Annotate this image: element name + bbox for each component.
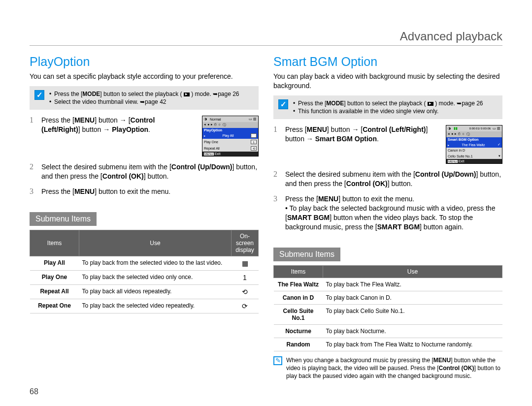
step-body: Press the [MENU] button to exit the menu… [285,194,502,232]
footnote: When you change a background music by pr… [273,356,502,380]
play-all-icon: ▦ [232,256,259,270]
step-number: 3 [273,194,280,232]
table-header: On-screen display [232,230,259,256]
table-row: RandomTo play back from The Flea Waltz t… [274,338,502,351]
table-row: Repeat OneTo play back the selected vide… [30,299,259,313]
left-column: PlayOption You can set a specific playba… [30,51,259,380]
smart-bgm-heading: Smart BGM Option [273,55,502,69]
smart-bgm-lcd-screenshot: ◑ ▮▮0:00:01/ 0:00:06 ▭ ▥ ◂●▸⎙☼ⓘ Smart BG… [446,125,502,164]
repeat-one-icon: ⟳ [232,299,259,313]
note-item: Press the [MODE] button to select the pl… [293,99,483,107]
step-number: 3 [30,187,36,196]
table-header: Items [30,230,79,256]
playoption-heading: PlayOption [30,55,259,69]
note-icon [273,356,282,365]
step-number: 1 [30,116,36,156]
smart-bgm-submenu-table: Items Use The Flea WaltzTo play back The… [273,265,502,351]
playback-mode-icon [184,93,190,96]
smart-bgm-subtitle: You can play back a video with backgroun… [273,72,502,91]
page-title: Advanced playback [30,30,502,46]
playoption-subtitle: You can set a specific playback style ac… [30,72,259,81]
table-row: The Flea WaltzTo play back The Flea Walt… [274,278,502,291]
table-row: Play OneTo play back the selected video … [30,270,259,284]
table-row: NocturneTo play back Nocturne. [274,324,502,338]
play-one-icon: 1 [232,270,259,284]
repeat-all-icon: ⟲ [232,284,259,299]
step-body: Select the desired submenu item with the… [41,162,259,181]
note-item: Select the video thumbnail view. ➥page 4… [49,98,239,106]
table-row: Cello Suite No.1To play back Cello Suite… [274,304,502,324]
table-header: Use [323,265,502,278]
right-column: Smart BGM Option You can play back a vid… [273,51,502,380]
table-header: Use [79,230,232,256]
playoption-submenu-table: Items Use On-screen display Play AllTo p… [30,230,259,313]
table-row: Repeat AllTo play back all videos repeat… [30,284,259,299]
step-number: 2 [273,170,280,188]
page-number: 68 [30,387,38,396]
step-number: 2 [30,162,36,181]
note-item: Press the [MODE] button to select the pl… [49,90,239,98]
note-item: This function is available in the video … [293,107,483,115]
step-body: Press the [MENU] button → [Control (Left… [41,116,194,156]
step-body: Press [MENU] button → [Control (Left/Rig… [285,125,438,164]
step-number: 1 [273,125,280,164]
check-icon [278,99,288,109]
table-row: Canon in DTo play back Canon in D. [274,291,502,304]
playoption-lcd-screenshot: ◑ Normal▭ ▥ ◂●▸⎙☼ⓘ PlayOption Play All▦ … [202,116,259,156]
camera-icon: ◑ [448,126,451,130]
table-row: Play AllTo play back from the selected v… [30,256,259,270]
table-header: Items [274,265,323,278]
step-body: Select the desired submenu item with the… [285,170,502,188]
smart-bgm-note: Press the [MODE] button to select the pl… [273,95,502,119]
submenu-items-label: Submenu Items [273,248,340,261]
playback-mode-icon [428,102,433,106]
check-icon [34,90,44,100]
submenu-items-label: Submenu Items [30,212,97,226]
camera-icon: ◑ [204,117,207,121]
step-body: Press the [MENU] button to exit the menu… [41,187,259,196]
playoption-note: Press the [MODE] button to select the pl… [30,86,259,110]
